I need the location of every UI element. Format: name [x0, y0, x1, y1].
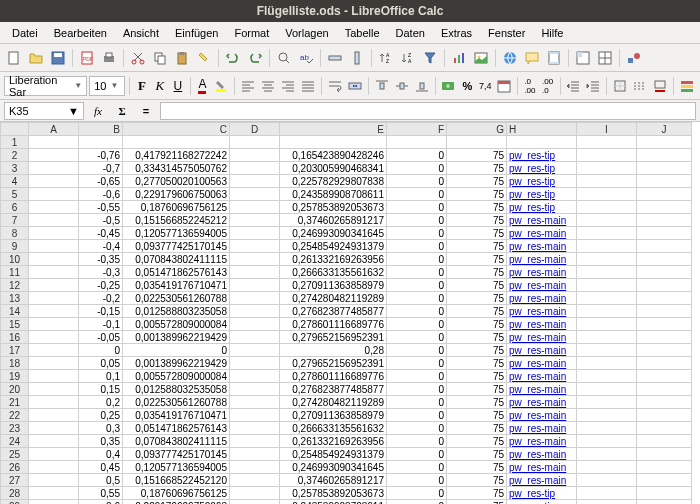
cell[interactable]	[29, 409, 79, 422]
cell[interactable]: 0	[387, 435, 447, 448]
cell[interactable]	[29, 448, 79, 461]
row-header[interactable]: 13	[1, 292, 29, 305]
cell[interactable]	[577, 344, 637, 357]
highlight-color-icon[interactable]	[212, 76, 230, 96]
cell[interactable]: pw_res-main	[507, 331, 577, 344]
cell[interactable]: 0,278601116689776	[280, 370, 387, 383]
cell[interactable]: 0,278601116689776	[280, 318, 387, 331]
cell[interactable]	[447, 136, 507, 149]
number-icon[interactable]: 7,4	[477, 76, 493, 96]
cell[interactable]: 0,165423890428246	[280, 149, 387, 162]
menu-extras[interactable]: Extras	[433, 24, 480, 42]
cell[interactable]: -0,1	[79, 318, 123, 331]
cell[interactable]: 0,18760696756125	[123, 201, 230, 214]
cell[interactable]: 0	[387, 370, 447, 383]
cell[interactable]: 0,051471862576143	[123, 266, 230, 279]
cell[interactable]	[577, 305, 637, 318]
cell[interactable]: 75	[447, 409, 507, 422]
cell[interactable]: 75	[447, 214, 507, 227]
decrease-indent-icon[interactable]	[584, 76, 602, 96]
cell[interactable]: 0,229179606750063	[123, 188, 230, 201]
cell[interactable]: 75	[447, 240, 507, 253]
cell[interactable]	[29, 292, 79, 305]
cell[interactable]	[29, 370, 79, 383]
row-header[interactable]: 24	[1, 435, 29, 448]
redo-icon[interactable]	[245, 48, 265, 68]
cell[interactable]	[577, 331, 637, 344]
row-header[interactable]: 11	[1, 266, 29, 279]
cell[interactable]	[637, 344, 692, 357]
cell[interactable]	[230, 292, 280, 305]
sum-icon[interactable]: Σ	[112, 101, 132, 121]
cell[interactable]	[577, 292, 637, 305]
cell[interactable]	[577, 487, 637, 500]
cell[interactable]	[637, 279, 692, 292]
cell[interactable]: 0,243589908708611	[280, 188, 387, 201]
cell[interactable]	[637, 487, 692, 500]
italic-icon[interactable]: K	[152, 76, 168, 96]
cell[interactable]	[637, 149, 692, 162]
cell[interactable]: 0,070843802411115	[123, 253, 230, 266]
cell[interactable]	[637, 448, 692, 461]
cell[interactable]: 0	[387, 279, 447, 292]
print-icon[interactable]	[99, 48, 119, 68]
hyperlink-icon[interactable]	[500, 48, 520, 68]
cell[interactable]: 0,254854924931379	[280, 240, 387, 253]
cell[interactable]: 0,274280482119289	[280, 292, 387, 305]
cell[interactable]	[29, 253, 79, 266]
cell[interactable]: 0	[387, 448, 447, 461]
cell[interactable]: 0	[387, 266, 447, 279]
cell[interactable]	[507, 136, 577, 149]
cell[interactable]	[637, 188, 692, 201]
cell[interactable]: 0,203005990468341	[280, 162, 387, 175]
align-bottom-icon[interactable]	[413, 76, 431, 96]
wrap-text-icon[interactable]	[326, 76, 344, 96]
cell[interactable]	[29, 136, 79, 149]
cell[interactable]	[230, 305, 280, 318]
cell[interactable]: 0,001389962219429	[123, 357, 230, 370]
cell[interactable]	[637, 474, 692, 487]
cell[interactable]: 0,246993090341645	[280, 461, 387, 474]
cell[interactable]	[29, 149, 79, 162]
row-header[interactable]: 5	[1, 188, 29, 201]
cell[interactable]	[230, 279, 280, 292]
cell[interactable]: 0	[387, 409, 447, 422]
cell[interactable]: 0	[387, 461, 447, 474]
menu-fenster[interactable]: Fenster	[480, 24, 533, 42]
menu-ansicht[interactable]: Ansicht	[115, 24, 167, 42]
cell[interactable]: 0,25	[79, 409, 123, 422]
align-top-icon[interactable]	[373, 76, 391, 96]
cell[interactable]: -0,45	[79, 227, 123, 240]
border-style-icon[interactable]	[631, 76, 649, 96]
row-header[interactable]: 29	[1, 500, 29, 505]
col-header-D[interactable]: D	[230, 123, 280, 136]
cell[interactable]: pw_res-main	[507, 279, 577, 292]
col-header-A[interactable]: A	[29, 123, 79, 136]
cell[interactable]: 0,035419176710471	[123, 279, 230, 292]
increase-indent-icon[interactable]	[564, 76, 582, 96]
cell[interactable]: pw_res-main	[507, 396, 577, 409]
cell[interactable]	[230, 162, 280, 175]
cell[interactable]: 0,277050020100563	[123, 175, 230, 188]
cell[interactable]	[637, 331, 692, 344]
cell[interactable]: pw_res-main	[507, 227, 577, 240]
cell[interactable]: 0	[79, 344, 123, 357]
cell[interactable]: 75	[447, 396, 507, 409]
cell[interactable]: 0,28	[280, 344, 387, 357]
save-icon[interactable]	[48, 48, 68, 68]
cell[interactable]	[79, 136, 123, 149]
cell[interactable]	[29, 214, 79, 227]
cell[interactable]: 0,4	[79, 448, 123, 461]
cell[interactable]: -0,6	[79, 188, 123, 201]
cell[interactable]: 0	[387, 188, 447, 201]
cell[interactable]	[29, 357, 79, 370]
cell[interactable]	[29, 279, 79, 292]
cell[interactable]: 0	[387, 227, 447, 240]
align-left-icon[interactable]	[239, 76, 257, 96]
cell[interactable]: 0,18760696756125	[123, 487, 230, 500]
cell[interactable]: pw_res-main	[507, 370, 577, 383]
cell[interactable]: -0,76	[79, 149, 123, 162]
cell[interactable]	[577, 253, 637, 266]
cell[interactable]	[230, 253, 280, 266]
cell[interactable]: 0,5	[79, 474, 123, 487]
